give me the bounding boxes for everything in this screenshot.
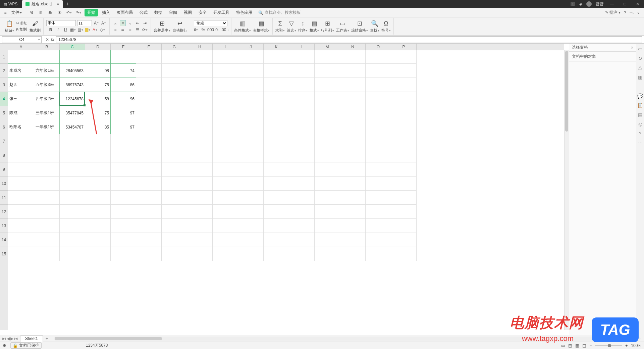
print-preview-icon[interactable]: 👁 (56, 9, 63, 16)
cell-N5[interactable] (340, 106, 366, 120)
name-box[interactable]: C4 (2, 36, 42, 43)
indent-increase-icon[interactable]: ⇥ (142, 20, 148, 26)
cell-O15[interactable] (366, 247, 391, 261)
document-protected[interactable]: 🔒 文档已保护 (10, 342, 42, 349)
col-header-K[interactable]: K (264, 44, 289, 50)
cell-A4[interactable]: 张三 (8, 92, 34, 106)
col-header-N[interactable]: N (340, 44, 366, 50)
cell-A10[interactable] (8, 177, 34, 191)
cell-H7[interactable] (187, 134, 213, 148)
merge-center-button[interactable]: ⊞合并居中 (154, 20, 170, 33)
cell-G14[interactable] (162, 233, 187, 247)
formula-input[interactable]: 12345678 (56, 36, 642, 43)
save-as-icon[interactable]: 🗎 (38, 9, 44, 16)
cell-O7[interactable] (366, 134, 391, 148)
freeze-panes-button[interactable]: ⊡冻结窗格 (351, 20, 368, 33)
cell-F14[interactable] (136, 233, 162, 247)
cell-P2[interactable] (391, 64, 417, 78)
col-header-C[interactable]: C (60, 44, 85, 50)
cell-C6[interactable]: 53454787 (60, 120, 85, 134)
refresh-icon[interactable]: ↻ (638, 56, 642, 61)
cell-A3[interactable]: 赵四 (8, 78, 34, 92)
comment-button[interactable]: ✎ 批注 ▾ (605, 10, 621, 15)
fx-icon[interactable]: fx (51, 37, 54, 42)
cell-J3[interactable] (238, 78, 264, 92)
cell-K3[interactable] (264, 78, 289, 92)
cell-P11[interactable] (391, 191, 417, 205)
select-all-corner[interactable] (0, 44, 8, 50)
row-header-3[interactable]: 3 (0, 78, 8, 92)
settings-icon[interactable]: ⚙ (3, 343, 6, 348)
cell-M10[interactable] (315, 177, 340, 191)
ribbon-expand-icon[interactable]: ∨ (637, 10, 640, 15)
cell-I14[interactable] (213, 233, 238, 247)
cell-K12[interactable] (264, 205, 289, 219)
cell-D4[interactable]: 58 (85, 92, 111, 106)
cell-E14[interactable] (111, 233, 136, 247)
cell-J2[interactable] (238, 64, 264, 78)
cell-A13[interactable] (8, 219, 34, 233)
cell-H10[interactable] (187, 177, 213, 191)
cell-L8[interactable] (289, 148, 315, 162)
clear-format-icon[interactable]: ◇ (99, 27, 105, 33)
cell-K2[interactable] (264, 64, 289, 78)
cell-H14[interactable] (187, 233, 213, 247)
cell-K7[interactable] (264, 134, 289, 148)
cell-D3[interactable]: 75 (85, 78, 111, 92)
cell-F7[interactable] (136, 134, 162, 148)
tab-page-layout[interactable]: 页面布局 (114, 9, 136, 16)
cell-N15[interactable] (340, 247, 366, 261)
cell-P15[interactable] (391, 247, 417, 261)
close-button[interactable]: ✕ (633, 2, 642, 6)
cell-N10[interactable] (340, 177, 366, 191)
cell-I1[interactable] (213, 50, 238, 64)
cell-A1[interactable] (8, 50, 34, 64)
cell-F9[interactable] (136, 162, 162, 177)
col-header-B[interactable]: B (34, 44, 60, 50)
cell-D6[interactable]: 85 (85, 120, 111, 134)
cell-G9[interactable] (162, 162, 187, 177)
cell-L13[interactable] (289, 219, 315, 233)
table-style-button[interactable]: ▦表格样式 (253, 20, 270, 33)
zoom-slider[interactable] (595, 345, 622, 346)
cell-G4[interactable] (162, 92, 187, 106)
cell-E7[interactable] (111, 134, 136, 148)
cell-F1[interactable] (136, 50, 162, 64)
cell-C5[interactable]: 35477845 (60, 106, 85, 120)
cell-B15[interactable] (34, 247, 60, 261)
cell-O11[interactable] (366, 191, 391, 205)
cell-H11[interactable] (187, 191, 213, 205)
cell-F4[interactable] (136, 92, 162, 106)
col-header-I[interactable]: I (213, 44, 238, 50)
cell-C14[interactable] (60, 233, 85, 247)
cell-C8[interactable] (60, 148, 85, 162)
cell-N2[interactable] (340, 64, 366, 78)
cell-L12[interactable] (289, 205, 315, 219)
hamburger-icon[interactable]: ≡ (2, 9, 9, 16)
cell-H3[interactable] (187, 78, 213, 92)
cell-L7[interactable] (289, 134, 315, 148)
cell-K6[interactable] (264, 120, 289, 134)
cell-C3[interactable]: 86976743 (60, 78, 85, 92)
cell-K1[interactable] (264, 50, 289, 64)
cell-N14[interactable] (340, 233, 366, 247)
zoom-out-icon[interactable]: − (589, 343, 592, 348)
cell-A12[interactable] (8, 205, 34, 219)
align-left-icon[interactable]: ≡ (112, 27, 118, 33)
cell-M8[interactable] (315, 148, 340, 162)
cell-K8[interactable] (264, 148, 289, 162)
cell-F8[interactable] (136, 148, 162, 162)
cell-A6[interactable]: 欧阳名 (8, 120, 34, 134)
cell-I4[interactable] (213, 92, 238, 106)
cell-J5[interactable] (238, 106, 264, 120)
cell-M9[interactable] (315, 162, 340, 177)
row-header-9[interactable]: 9 (0, 162, 8, 177)
cell-G8[interactable] (162, 148, 187, 162)
cell-O3[interactable] (366, 78, 391, 92)
cell-I6[interactable] (213, 120, 238, 134)
cell-I3[interactable] (213, 78, 238, 92)
col-header-J[interactable]: J (238, 44, 264, 50)
cell-N6[interactable] (340, 120, 366, 134)
cell-F2[interactable] (136, 64, 162, 78)
cell-E13[interactable] (111, 219, 136, 233)
